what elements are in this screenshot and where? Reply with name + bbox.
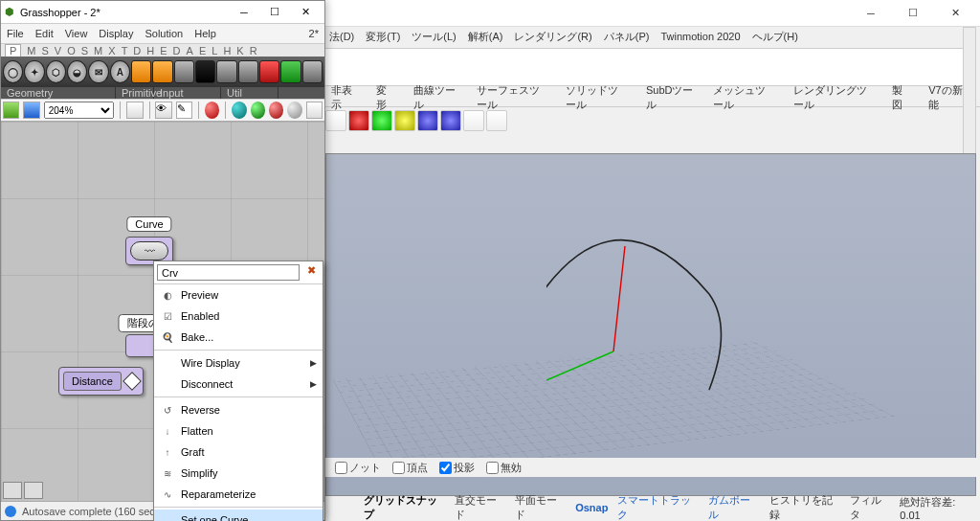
tool-icon[interactable] — [371, 110, 392, 131]
ctx-name-input[interactable] — [157, 264, 300, 281]
osnap-project[interactable]: 投影 — [439, 461, 475, 475]
status-item[interactable]: 直交モード — [455, 493, 505, 521]
tab[interactable]: X — [108, 45, 115, 57]
ctx-disconnect[interactable]: Disconnect▶ — [154, 374, 323, 395]
shade-icon[interactable] — [287, 102, 301, 119]
component-icon[interactable] — [238, 60, 258, 83]
menu-edit[interactable]: Edit — [35, 28, 54, 39]
menu-item[interactable]: ヘルプ(H) — [748, 28, 802, 46]
tab[interactable]: D — [133, 45, 141, 57]
tab[interactable]: V — [55, 45, 61, 57]
ctx-bake[interactable]: 🍳Bake... — [154, 327, 323, 348]
rhino-maximize-button[interactable]: ☐ — [892, 1, 934, 26]
tab[interactable]: T — [122, 45, 128, 57]
shade-icon[interactable] — [232, 102, 246, 119]
markov-icon[interactable] — [24, 482, 43, 499]
rhino-viewport[interactable] — [325, 153, 976, 496]
menu-solution[interactable]: Solution — [145, 28, 183, 39]
tab[interactable]: H — [146, 45, 154, 57]
tool-icon[interactable] — [486, 110, 507, 131]
ctx-wire-display[interactable]: Wire Display▶ — [154, 352, 323, 374]
tab[interactable]: A — [187, 45, 193, 57]
menu-item[interactable]: Twinmotion 2020 — [657, 29, 744, 44]
tab[interactable]: K — [236, 45, 243, 57]
tab[interactable]: 非表示 — [325, 81, 363, 114]
osnap-disable[interactable]: 無効 — [486, 461, 522, 475]
menu-item[interactable]: パネル(P) — [600, 28, 654, 46]
rhino-close-button[interactable]: ✕ — [934, 1, 976, 26]
osnap-vertex[interactable]: 頂点 — [392, 461, 428, 475]
component-icon[interactable] — [259, 60, 279, 83]
shade-icon[interactable] — [251, 102, 265, 119]
tab[interactable]: レンダリングツール — [788, 81, 878, 114]
tab[interactable]: R — [250, 45, 257, 57]
tab[interactable]: S — [81, 45, 88, 57]
status-item[interactable]: Osnap — [575, 502, 608, 513]
gh-titlebar[interactable]: ⬢Grasshopper - 2* ─ ☐ ✕ — [1, 1, 324, 24]
zoom-extents-icon[interactable] — [126, 102, 143, 119]
settings-icon[interactable] — [306, 102, 323, 119]
gh-maximize-button[interactable]: ☐ — [259, 2, 290, 23]
ctx-preview[interactable]: ◐Preview — [154, 284, 323, 306]
tab[interactable]: 曲線ツール — [408, 81, 463, 114]
tab[interactable]: E — [199, 45, 206, 57]
component-icon[interactable] — [302, 60, 323, 83]
component-icon[interactable]: ✦ — [24, 60, 44, 83]
status-item[interactable]: ヒストリを記録 — [769, 493, 840, 521]
component-icon[interactable]: A — [110, 60, 130, 83]
ctx-reparameterize[interactable]: ∿Reparameterize — [154, 484, 323, 505]
rhino-minimize-button[interactable]: ─ — [850, 1, 892, 26]
gh-minimize-button[interactable]: ─ — [229, 2, 259, 23]
component-icon[interactable] — [131, 60, 151, 83]
tab[interactable]: SubDツール — [640, 81, 700, 114]
tab[interactable]: 変形 — [370, 81, 399, 114]
tab[interactable]: S — [42, 45, 49, 57]
status-item[interactable]: 平面モード — [515, 493, 566, 521]
tab[interactable]: H — [223, 45, 231, 57]
component-icon[interactable]: ◯ — [3, 60, 23, 83]
ctx-simplify[interactable]: ≋Simplify — [154, 463, 323, 484]
component-icon[interactable]: ◒ — [67, 60, 87, 83]
node-distance[interactable]: Distance — [58, 367, 144, 396]
tool-icon[interactable] — [325, 110, 346, 131]
menu-item[interactable]: レンダリング(R) — [510, 28, 595, 46]
tab[interactable]: M — [94, 45, 102, 57]
tab[interactable]: D — [173, 45, 181, 57]
tool-icon[interactable] — [440, 110, 461, 131]
status-item[interactable]: ガムボール — [708, 493, 759, 521]
status-item[interactable]: スマートトラック — [617, 493, 699, 521]
tab[interactable]: M — [27, 45, 35, 57]
menu-view[interactable]: View — [65, 28, 88, 39]
osnap-knot[interactable]: ノット — [335, 461, 381, 475]
ctx-delete-icon[interactable]: ✖ — [302, 264, 320, 282]
menu-item[interactable]: ツール(L) — [408, 28, 459, 46]
shade-icon[interactable] — [205, 102, 219, 119]
ctx-graft[interactable]: ↑Graft — [154, 442, 323, 463]
gh-close-button[interactable]: ✕ — [290, 2, 321, 23]
tab[interactable]: メッシュツール — [707, 81, 780, 114]
component-icon[interactable] — [216, 60, 236, 83]
component-icon[interactable]: ⬡ — [46, 60, 66, 83]
component-icon[interactable] — [195, 60, 215, 83]
preview-icon[interactable]: 👁 — [155, 102, 171, 119]
open-icon[interactable] — [3, 102, 19, 119]
zoom-select[interactable]: 204% — [44, 102, 115, 119]
ctx-reverse[interactable]: ↺Reverse — [154, 399, 323, 420]
tab[interactable]: P — [5, 44, 21, 57]
component-icon[interactable]: ✉ — [88, 60, 108, 83]
status-item[interactable]: グリッドスナップ — [364, 493, 445, 521]
node-output-grip[interactable] — [122, 372, 142, 391]
menu-item[interactable]: 変形(T) — [362, 28, 404, 46]
tool-icon[interactable] — [394, 110, 415, 131]
tab[interactable]: サーフェスツール — [471, 81, 552, 114]
tool-icon[interactable] — [417, 110, 438, 131]
status-item[interactable]: フィルタ — [850, 493, 890, 521]
shade-icon[interactable] — [269, 102, 283, 119]
sketch-icon[interactable]: ✎ — [176, 102, 192, 119]
tab[interactable]: 製図 — [886, 81, 915, 114]
ctx-enabled[interactable]: ☑Enabled — [154, 306, 323, 327]
tool-icon[interactable] — [348, 110, 369, 131]
tool-icon[interactable] — [463, 110, 484, 131]
tab[interactable]: E — [160, 45, 167, 57]
tab[interactable]: L — [212, 45, 217, 57]
